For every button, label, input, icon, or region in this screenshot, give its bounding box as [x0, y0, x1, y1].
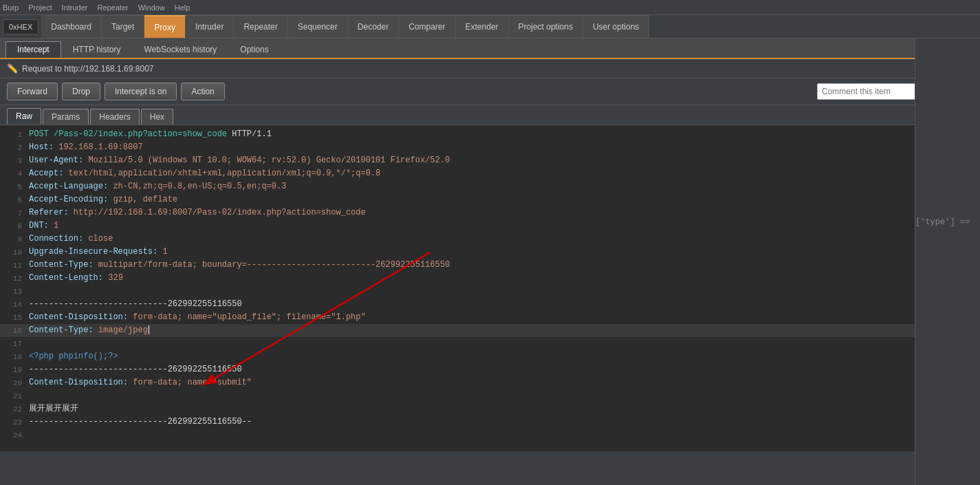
line-number-2: 2 — [3, 141, 22, 154]
line-number-1: 1 — [3, 128, 22, 141]
line-content-1: POST /Pass-02/index.php?action=show_code… — [29, 128, 977, 140]
line-content-3: User-Agent: Mozilla/5.0 (Windows NT 10.0… — [29, 154, 977, 166]
line-number-7: 7 — [3, 206, 22, 219]
line-content-7: Referer: http://192.168.1.69:8007/Pass-0… — [29, 206, 977, 219]
line-number-24: 24 — [3, 429, 22, 442]
code-line-14: 14----------------------------2629922551… — [0, 298, 980, 311]
menu-intruder[interactable]: Intruder — [62, 3, 88, 12]
line-number-10: 10 — [3, 246, 22, 259]
line-content-15: Content-Disposition: form-data; name="up… — [29, 311, 977, 323]
code-line-21: 21 — [0, 389, 980, 402]
code-content: 1POST /Pass-02/index.php?action=show_cod… — [0, 125, 980, 444]
code-line-5: 5Accept-Language: zh-CN,zh;q=0.8,en-US;q… — [0, 180, 980, 193]
code-line-24: 24 — [0, 429, 980, 442]
code-line-9: 9Connection: close — [0, 233, 980, 246]
line-content-22: 展开展开展开 — [29, 402, 977, 415]
action-button[interactable]: Action — [181, 83, 224, 100]
code-line-4: 4Accept: text/html,application/xhtml+xml… — [0, 167, 980, 180]
comment-input[interactable] — [817, 83, 927, 100]
intercept-toggle-button[interactable]: Intercept is on — [105, 83, 177, 100]
menu-window[interactable]: Window — [138, 3, 165, 12]
line-number-12: 12 — [3, 272, 22, 285]
line-number-14: 14 — [3, 298, 22, 311]
tab-repeater[interactable]: Repeater — [234, 15, 287, 38]
code-line-3: 3User-Agent: Mozilla/5.0 (Windows NT 10.… — [0, 154, 980, 167]
tab-project-options[interactable]: Project options — [509, 15, 583, 38]
line-number-11: 11 — [3, 259, 22, 272]
editor-tab-raw[interactable]: Raw — [7, 108, 41, 125]
line-content-2: Host: 192.168.1.69:8007 — [29, 141, 977, 153]
subtab-websockets-history[interactable]: WebSockets history — [133, 41, 229, 58]
drop-button[interactable]: Drop — [62, 83, 100, 100]
tab-decoder[interactable]: Decoder — [348, 15, 399, 38]
line-content-8: DNT: 1 — [29, 219, 977, 232]
line-number-15: 15 — [3, 311, 22, 324]
line-number-9: 9 — [3, 233, 22, 246]
right-sidebar: ['type'] == — [915, 39, 980, 485]
code-line-12: 12Content-Length: 329 — [0, 272, 980, 285]
line-content-9: Connection: close — [29, 233, 977, 245]
tab-intruder[interactable]: Intruder — [186, 15, 234, 38]
subtab-http-history[interactable]: HTTP history — [61, 41, 133, 58]
code-line-11: 11Content-Type: multipart/form-data; bou… — [0, 259, 980, 272]
code-line-1: 1POST /Pass-02/index.php?action=show_cod… — [0, 128, 980, 141]
tab-comparer[interactable]: Comparer — [399, 15, 455, 38]
pencil-icon: ✏️ — [7, 63, 18, 74]
line-number-3: 3 — [3, 154, 22, 167]
menu-bar: Burp Project Intruder Repeater Window He… — [0, 0, 980, 15]
line-number-19: 19 — [3, 363, 22, 376]
tab-dashboard[interactable]: Dashboard — [41, 15, 102, 38]
line-content-19: ----------------------------262992255116… — [29, 363, 977, 376]
code-line-19: 19----------------------------2629922551… — [0, 363, 980, 376]
code-line-8: 8DNT: 1 — [0, 219, 980, 233]
code-line-23: 23----------------------------2629922551… — [0, 416, 980, 429]
line-content-4: Accept: text/html,application/xhtml+xml,… — [29, 167, 977, 180]
line-number-18: 18 — [3, 350, 22, 363]
code-line-13: 13 — [0, 285, 980, 298]
subtab-intercept[interactable]: Intercept — [6, 41, 61, 58]
code-line-10: 10Upgrade-Insecure-Requests: 1 — [0, 246, 980, 259]
line-number-6: 6 — [3, 193, 22, 206]
hex-badge: 0xHEX — [3, 19, 39, 34]
code-line-22: 22展开展开展开 — [0, 402, 980, 416]
code-line-15: 15Content-Disposition: form-data; name="… — [0, 311, 980, 324]
editor-tab-headers[interactable]: Headers — [90, 109, 139, 125]
line-number-17: 17 — [3, 337, 22, 350]
line-number-5: 5 — [3, 180, 22, 193]
line-content-18: <?php phpinfo();?> — [29, 350, 977, 363]
toolbar: Forward Drop Intercept is on Action 🌿 ? — [0, 78, 980, 105]
line-content-11: Content-Type: multipart/form-data; bound… — [29, 259, 977, 271]
menu-repeater[interactable]: Repeater — [97, 3, 128, 12]
sub-tab-bar: Intercept HTTP history WebSockets histor… — [0, 39, 980, 59]
code-line-6: 6Accept-Encoding: gzip, deflate — [0, 193, 980, 206]
menu-burp[interactable]: Burp — [3, 3, 19, 12]
request-header: ✏️ Request to http://192.168.1.69:8007 — [0, 59, 980, 78]
editor-tab-hex[interactable]: Hex — [141, 109, 173, 125]
line-content-14: ----------------------------262992255116… — [29, 298, 977, 310]
line-content-20: Content-Disposition: form-data; name="su… — [29, 376, 977, 389]
code-container[interactable]: 1POST /Pass-02/index.php?action=show_cod… — [0, 125, 980, 451]
subtab-options[interactable]: Options — [228, 41, 280, 58]
content-area: ✏️ Request to http://192.168.1.69:8007 F… — [0, 59, 980, 485]
line-content-16: Content-Type: image/jpeg — [29, 324, 977, 336]
tab-proxy[interactable]: Proxy — [144, 15, 186, 38]
line-content-23: ----------------------------262992255116… — [29, 416, 977, 428]
code-line-7: 7Referer: http://192.168.1.69:8007/Pass-… — [0, 206, 980, 219]
forward-button[interactable]: Forward — [7, 83, 58, 100]
tab-user-options[interactable]: User options — [583, 15, 649, 38]
menu-project[interactable]: Project — [28, 3, 52, 12]
menu-help[interactable]: Help — [175, 3, 190, 12]
right-panel-text: ['type'] == — [915, 217, 970, 227]
editor-tab-params[interactable]: Params — [43, 109, 89, 125]
code-line-20: 20Content-Disposition: form-data; name="… — [0, 376, 980, 389]
tab-extender[interactable]: Extender — [456, 15, 509, 38]
line-number-4: 4 — [3, 167, 22, 180]
line-number-21: 21 — [3, 389, 22, 402]
main-tab-bar: 0xHEX Dashboard Target Proxy Intruder Re… — [0, 15, 980, 39]
code-line-18: 18<?php phpinfo();?> — [0, 350, 980, 363]
line-number-8: 8 — [3, 219, 22, 233]
line-number-16: 16 — [3, 324, 22, 337]
tab-sequencer[interactable]: Sequencer — [288, 15, 348, 38]
tab-target[interactable]: Target — [102, 15, 144, 38]
line-number-20: 20 — [3, 376, 22, 389]
